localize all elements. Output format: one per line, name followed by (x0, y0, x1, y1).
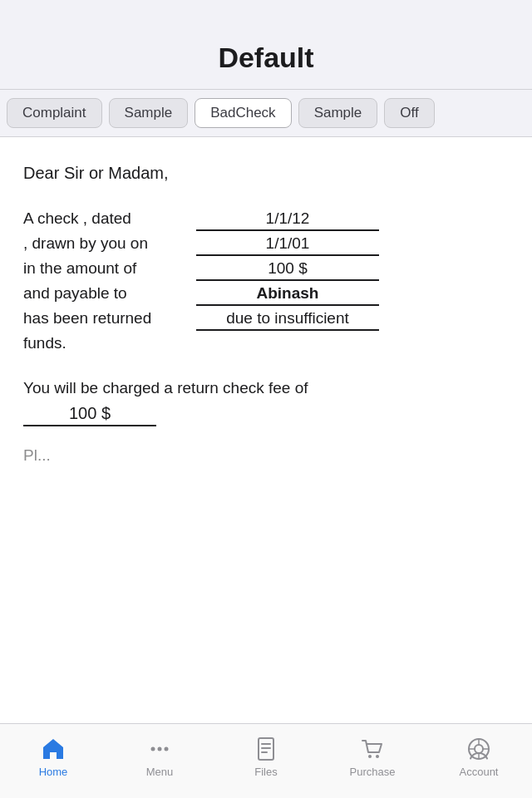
nav-files-label: Files (254, 766, 277, 778)
funds-text: funds. (23, 334, 509, 352)
tab-off[interactable]: Off (384, 98, 434, 128)
tab-badcheck[interactable]: BadCheck (195, 98, 291, 128)
tab-bar: Complaint Sample BadCheck Sample Off (0, 90, 532, 137)
letter-content: Dear Sir or Madam, A check , dated 1/1/1… (0, 137, 532, 764)
bottom-nav: Home Menu Files (0, 723, 532, 798)
drawn-date-row: , drawn by you on 1/1/01 (23, 234, 509, 256)
svg-point-1 (158, 747, 162, 751)
amount-label: in the amount of (23, 259, 190, 278)
returned-value: due to insufficient (196, 309, 379, 331)
page-title: Default (218, 42, 313, 73)
svg-point-0 (151, 747, 155, 751)
nav-home-label: Home (39, 766, 68, 778)
svg-point-2 (165, 747, 169, 751)
nav-purchase[interactable]: Purchase (319, 736, 426, 778)
svg-point-4 (368, 755, 372, 758)
files-icon (253, 736, 279, 762)
svg-point-5 (376, 755, 379, 758)
return-fee-section: You will be charged a return check fee o… (23, 379, 509, 426)
nav-menu[interactable]: Menu (106, 736, 213, 778)
amount-row: in the amount of 100 $ (23, 259, 509, 281)
drawn-date-value[interactable]: 1/1/01 (196, 234, 379, 256)
nav-home[interactable]: Home (0, 736, 106, 778)
partial-text: Pl... (23, 446, 509, 465)
svg-point-7 (475, 745, 483, 753)
fee-label: You will be charged a return check fee o… (23, 379, 509, 397)
header: Default (0, 0, 532, 90)
payable-label: and payable to (23, 284, 190, 303)
returned-label: has been returned (23, 309, 190, 328)
check-label: A check , dated (23, 209, 190, 228)
nav-purchase-label: Purchase (350, 766, 396, 778)
nav-account[interactable]: Account (426, 736, 532, 778)
payable-value[interactable]: Abinash (196, 284, 379, 306)
fee-value[interactable]: 100 $ (23, 404, 156, 426)
tab-sample1[interactable]: Sample (109, 98, 189, 128)
nav-menu-label: Menu (146, 766, 174, 778)
amount-value[interactable]: 100 $ (196, 259, 379, 281)
nav-account-label: Account (460, 766, 499, 778)
greeting-text: Dear Sir or Madam, (23, 164, 509, 183)
home-icon (40, 736, 66, 762)
drawn-label: , drawn by you on (23, 234, 190, 253)
tab-sample2[interactable]: Sample (298, 98, 378, 128)
tab-complaint[interactable]: Complaint (7, 98, 102, 128)
payable-row: and payable to Abinash (23, 284, 509, 306)
nav-files[interactable]: Files (213, 736, 319, 778)
check-date-value[interactable]: 1/1/12 (196, 209, 379, 231)
check-date-row: A check , dated 1/1/12 (23, 209, 509, 231)
returned-row: has been returned due to insufficient (23, 309, 509, 331)
account-icon (466, 736, 492, 762)
purchase-icon (359, 736, 386, 762)
menu-icon (146, 736, 173, 762)
